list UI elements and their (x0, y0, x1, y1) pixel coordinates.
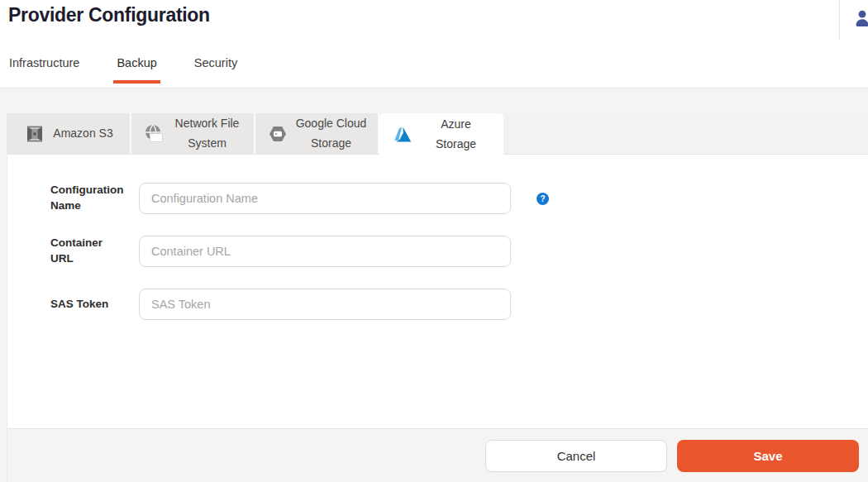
sas-token-input[interactable] (139, 289, 511, 320)
user-icon[interactable] (852, 8, 868, 28)
form-row-sas-token: SAS Token (50, 289, 868, 320)
save-button[interactable]: Save (677, 440, 859, 472)
header-divider (839, 0, 840, 40)
tab-network-file-system[interactable]: Network File System (131, 113, 255, 154)
tab-label: Azure Storage (421, 115, 492, 155)
tab-azure-storage[interactable]: Azure Storage (379, 113, 503, 155)
amazon-s3-icon (24, 123, 45, 145)
google-cloud-storage-icon (267, 123, 289, 145)
backup-provider-card: Amazon S3 Network File System Google Clo… (7, 113, 868, 482)
tab-label: Google Cloud Storage (296, 114, 367, 154)
nav-item-backup[interactable]: Backup (117, 56, 156, 84)
tab-amazon-s3[interactable]: Amazon S3 (7, 113, 131, 154)
nav-item-security[interactable]: Security (194, 56, 237, 84)
tab-label: Network File System (172, 114, 243, 154)
section-nav: Infrastructure Backup Security (9, 56, 274, 88)
page-header: Provider Configuration Infrastructure Ba… (0, 0, 868, 88)
form-row-container-url: Container URL (50, 236, 868, 267)
cancel-button[interactable]: Cancel (485, 440, 667, 472)
form-row-configuration-name: Configuration Name ? (50, 183, 868, 214)
configuration-name-label: Configuration Name (50, 183, 139, 214)
page-title: Provider Configuration (8, 4, 210, 26)
configuration-name-input[interactable] (139, 183, 511, 214)
nav-item-infrastructure[interactable]: Infrastructure (9, 56, 79, 84)
tab-label: Amazon S3 (53, 124, 112, 144)
svg-text:?: ? (540, 194, 545, 203)
azure-storage-icon (392, 124, 413, 146)
network-file-system-icon (143, 123, 165, 145)
tab-google-cloud-storage[interactable]: Google Cloud Storage (255, 113, 379, 154)
sas-token-label: SAS Token (50, 297, 139, 313)
provider-tabstrip: Amazon S3 Network File System Google Clo… (7, 113, 868, 155)
container-url-input[interactable] (139, 236, 511, 267)
container-url-label: Container URL (50, 236, 139, 267)
azure-storage-form: Configuration Name ? Container URL SAS T… (7, 155, 868, 428)
form-footer: Cancel Save (7, 428, 868, 482)
help-icon[interactable]: ? (537, 193, 549, 205)
